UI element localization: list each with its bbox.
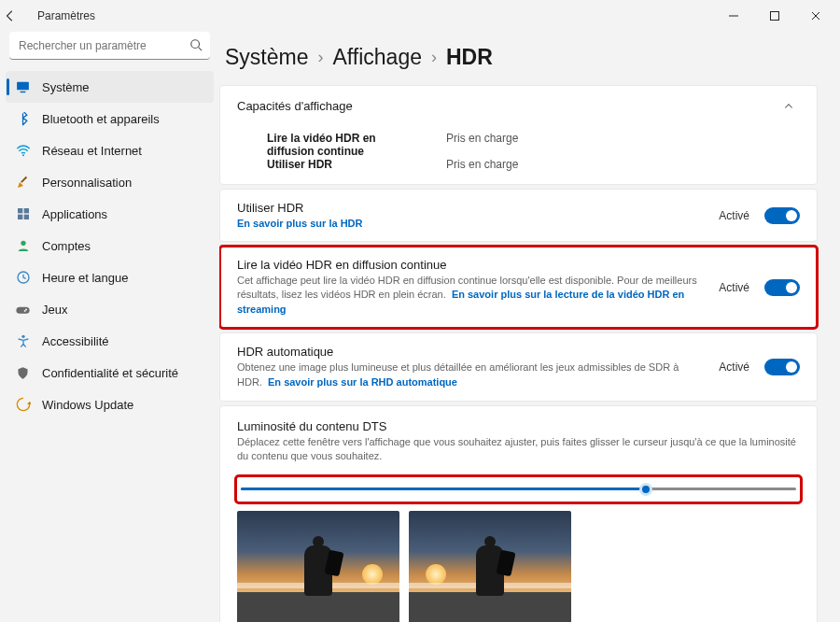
chevron-up-icon <box>783 101 800 112</box>
sidebar-item-time[interactable]: Heure et langue <box>6 262 214 293</box>
svg-rect-10 <box>18 215 22 219</box>
dts-brightness-card: Luminosité du contenu DTS Déplacez cette… <box>219 405 818 622</box>
capability-label: Utiliser HDR <box>267 158 426 171</box>
minimize-button[interactable] <box>713 2 754 30</box>
breadcrumb: Système›Affichage›HDR <box>219 45 818 70</box>
svg-rect-7 <box>21 177 27 183</box>
svg-line-3 <box>199 48 203 51</box>
stream-hdr-row: Lire la vidéo HDR en diffusion continue … <box>219 246 818 329</box>
breadcrumb-separator-icon: › <box>317 48 323 67</box>
svg-rect-8 <box>18 208 22 213</box>
slider-fill <box>241 488 646 490</box>
svg-point-15 <box>25 308 27 310</box>
maximize-button[interactable] <box>754 2 795 30</box>
accessibility-icon <box>15 333 31 349</box>
preview-hdr: Contenu HDR (à titre de comparaison) <box>409 511 571 622</box>
accounts-icon <box>15 238 31 254</box>
sidebar-item-label: Système <box>42 80 90 94</box>
apps-icon <box>15 206 31 222</box>
svg-point-17 <box>21 335 24 338</box>
capability-label: Lire la vidéo HDR en diffusion continue <box>267 132 426 158</box>
auto-hdr-status: Activé <box>719 360 749 374</box>
preview-hdr-image <box>409 511 571 622</box>
sidebar-item-accessibility[interactable]: Accessibilité <box>6 325 214 357</box>
svg-rect-5 <box>21 91 26 92</box>
sidebar-item-gaming[interactable]: Jeux <box>6 293 214 325</box>
system-icon <box>15 79 31 95</box>
capability-row: Utiliser HDRPris en charge <box>267 158 796 171</box>
bluetooth-icon <box>15 111 31 127</box>
gaming-icon <box>15 302 31 318</box>
use-hdr-title: Utiliser HDR <box>237 201 704 215</box>
update-icon <box>15 397 31 413</box>
search-icon <box>189 38 203 51</box>
display-capabilities-title: Capacités d'affichage <box>237 99 353 113</box>
stream-hdr-toggle[interactable] <box>764 279 800 296</box>
sidebar-item-label: Bluetooth et appareils <box>42 112 160 126</box>
auto-hdr-desc: Obtenez une image plus lumineuse et plus… <box>237 360 704 389</box>
svg-point-12 <box>21 241 25 246</box>
dts-brightness-desc: Déplacez cette fenêtre vers l'affichage … <box>237 435 800 464</box>
svg-point-16 <box>24 309 26 311</box>
display-capabilities-card: Capacités d'affichage Lire la vidéo HDR … <box>219 85 818 185</box>
sidebar-item-label: Accessibilité <box>42 334 109 348</box>
sidebar-item-accounts[interactable]: Comptes <box>6 230 214 262</box>
sidebar-item-label: Personnalisation <box>42 176 132 190</box>
preview-dts-image <box>237 511 399 622</box>
window-title: Paramètres <box>37 9 95 22</box>
sidebar-item-system[interactable]: Système <box>6 71 214 103</box>
breadcrumb-item[interactable]: Système <box>225 45 308 70</box>
capability-value: Pris en charge <box>446 132 518 158</box>
breadcrumb-separator-icon: › <box>431 48 437 67</box>
sidebar-item-label: Applications <box>42 207 107 221</box>
sidebar-item-personalization[interactable]: Personnalisation <box>6 166 214 198</box>
auto-hdr-row: HDR automatique Obtenez une image plus l… <box>219 332 818 402</box>
svg-rect-1 <box>771 12 779 21</box>
sidebar-item-privacy[interactable]: Confidentialité et sécurité <box>6 357 214 389</box>
sidebar-item-apps[interactable]: Applications <box>6 198 214 230</box>
stream-hdr-status: Activé <box>719 281 749 294</box>
sidebar: SystèmeBluetooth et appareilsRéseau et I… <box>0 32 219 622</box>
sidebar-item-label: Heure et langue <box>42 271 129 285</box>
sidebar-item-label: Comptes <box>42 239 91 253</box>
sidebar-item-bluetooth[interactable]: Bluetooth et appareils <box>6 103 214 134</box>
breadcrumb-item: HDR <box>446 45 493 70</box>
personalization-icon <box>15 175 31 191</box>
capability-row: Lire la vidéo HDR en diffusion continueP… <box>267 132 796 158</box>
capability-value: Pris en charge <box>446 158 518 171</box>
breadcrumb-item[interactable]: Affichage <box>332 45 421 70</box>
use-hdr-link[interactable]: En savoir plus sur la HDR <box>237 218 362 229</box>
close-button[interactable] <box>795 2 836 30</box>
svg-rect-11 <box>23 215 28 219</box>
use-hdr-row: Utiliser HDR En savoir plus sur la HDR A… <box>219 189 818 242</box>
dts-brightness-slider-wrap <box>237 477 800 502</box>
search-box[interactable] <box>9 32 210 60</box>
auto-hdr-title: HDR automatique <box>237 345 704 359</box>
stream-hdr-desc: Cet affichage peut lire la vidéo HDR en … <box>237 274 704 317</box>
svg-point-6 <box>22 154 24 156</box>
stream-hdr-title: Lire la vidéo HDR en diffusion continue <box>237 258 704 272</box>
auto-hdr-toggle[interactable] <box>764 359 800 375</box>
svg-rect-9 <box>23 208 28 213</box>
search-input[interactable] <box>9 32 210 60</box>
sidebar-item-label: Jeux <box>42 303 67 317</box>
privacy-icon <box>15 365 31 381</box>
svg-point-2 <box>191 40 200 49</box>
svg-rect-4 <box>17 81 29 90</box>
sidebar-item-label: Windows Update <box>42 398 133 412</box>
auto-hdr-link[interactable]: En savoir plus sur la RHD automatique <box>268 376 457 388</box>
sidebar-item-label: Réseau et Internet <box>42 144 142 158</box>
back-button[interactable] <box>4 9 32 22</box>
svg-rect-14 <box>16 306 29 313</box>
sidebar-item-network[interactable]: Réseau et Internet <box>6 134 214 166</box>
use-hdr-status: Activé <box>719 209 749 222</box>
preview-dts: Contenu DTS <box>237 511 399 622</box>
use-hdr-toggle[interactable] <box>764 207 800 224</box>
dts-brightness-slider[interactable] <box>241 483 796 496</box>
sidebar-item-update[interactable]: Windows Update <box>6 389 214 420</box>
display-capabilities-header[interactable]: Capacités d'affichage <box>220 86 817 126</box>
titlebar: Paramètres <box>0 0 840 32</box>
dts-brightness-title: Luminosité du contenu DTS <box>237 419 800 433</box>
slider-thumb[interactable] <box>639 483 652 496</box>
main-content: Système›Affichage›HDR Capacités d'affich… <box>219 32 840 622</box>
